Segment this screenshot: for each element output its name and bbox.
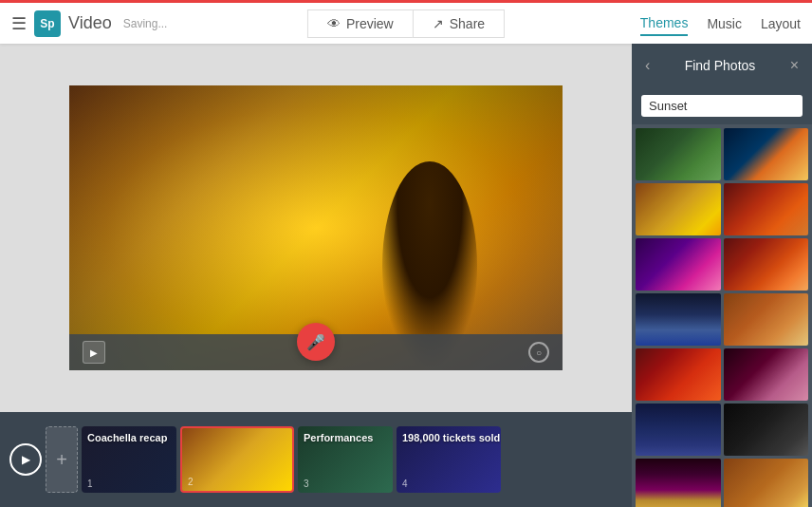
add-icon: + [56,449,67,471]
search-input-wrap: 🔍 [641,95,803,117]
video-settings-button[interactable]: ○ [528,342,549,363]
app-title: Video [68,13,112,33]
search-input[interactable] [649,99,803,113]
clip-4-label: 198,000 tickets sold [402,432,500,443]
clip-1-number: 1 [87,479,93,489]
clip-3-label: Performances [304,432,373,443]
editor-area: ▶ 🎤 ○ ▶ + Coachella recap [0,44,632,507]
share-icon: ↗ [433,16,444,31]
photo-thumb-14[interactable] [724,459,809,507]
photo-thumb-11[interactable] [636,404,721,456]
photo-thumb-5[interactable] [636,238,721,291]
photo-thumb-8[interactable] [724,293,809,346]
photo-thumb-2[interactable] [724,128,809,180]
clip-3-number: 3 [304,479,309,489]
app-logo: Sp [34,10,61,37]
clip-2-number: 2 [188,477,194,487]
saving-status: Saving... [123,17,168,30]
timeline-clip-2[interactable]: 2 [180,426,294,493]
photo-grid [632,124,812,507]
share-button[interactable]: ↗ Share [413,9,505,38]
video-controls-bar: ▶ 🎤 ○ [69,334,563,370]
panel-back-button[interactable]: ‹ [641,53,654,78]
top-bar: ☰ Sp Video Saving... 👁 Preview ↗ Share T… [0,0,812,44]
panel-title: Find Photos [685,58,756,73]
photo-thumb-10[interactable] [724,348,809,401]
mic-icon: 🎤 [306,333,325,351]
photo-thumb-4[interactable] [724,183,809,235]
video-preview-container: ▶ 🎤 ○ [0,44,632,412]
search-bar: 🔍 [632,87,812,124]
preview-icon: 👁 [327,16,341,31]
find-photos-panel: ‹ Find Photos × 🔍 [632,44,812,507]
play-icon: ▶ [90,347,98,358]
photo-thumb-6[interactable] [724,238,809,291]
themes-tab[interactable]: Themes [640,11,689,36]
video-play-button[interactable]: ▶ [83,341,105,364]
video-preview: ▶ 🎤 ○ [69,85,563,370]
mic-button[interactable]: 🎤 [297,323,335,361]
photo-thumb-1[interactable] [636,128,721,180]
timeline-clip-1[interactable]: Coachella recap 1 [82,426,176,493]
hamburger-icon[interactable]: ☰ [11,13,27,34]
photo-thumb-13[interactable] [636,459,721,507]
clip-1-label: Coachella recap [87,432,167,443]
top-bar-right: Themes Music Layout [640,11,801,36]
settings-icon: ○ [536,347,542,358]
layout-tab[interactable]: Layout [761,12,801,35]
top-bar-center: 👁 Preview ↗ Share [307,9,505,38]
timeline-add-button[interactable]: + [46,426,78,493]
timeline-clip-3[interactable]: Performances 3 [298,426,393,493]
panel-close-button[interactable]: × [786,53,803,78]
timeline: ▶ + Coachella recap 1 2 Performances 3 1… [0,412,632,507]
timeline-play-button[interactable]: ▶ [9,443,42,476]
preview-button[interactable]: 👁 Preview [307,9,413,38]
photo-thumb-9[interactable] [636,348,721,401]
clip-4-number: 4 [402,479,408,489]
timeline-clip-4[interactable]: 198,000 tickets sold 4 [397,426,501,493]
music-tab[interactable]: Music [707,12,742,35]
photo-thumb-3[interactable] [636,183,721,235]
main-content: ▶ 🎤 ○ ▶ + Coachella recap [0,44,812,507]
panel-header: ‹ Find Photos × [632,44,812,87]
timeline-play-icon: ▶ [22,453,30,466]
photo-thumb-12[interactable] [724,404,809,456]
photo-thumb-7[interactable] [636,293,721,346]
